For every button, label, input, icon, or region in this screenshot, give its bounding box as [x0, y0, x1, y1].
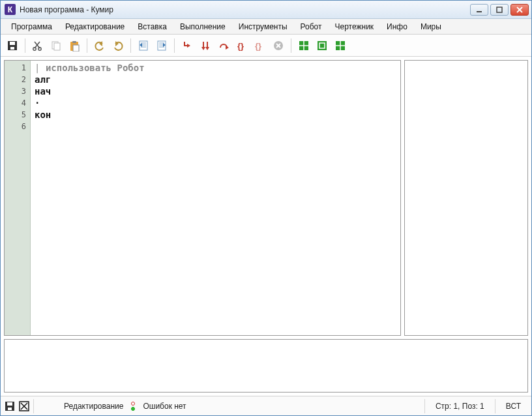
- redo-button[interactable]: [110, 38, 126, 53]
- svg-point-10: [38, 47, 41, 50]
- svg-rect-0: [477, 11, 482, 12]
- workspace: 123456 | использовать Роботалгнач·кон: [1, 57, 531, 396]
- svg-rect-14: [72, 41, 76, 43]
- code-line[interactable]: | использовать Робот: [35, 62, 396, 74]
- cancel-icon[interactable]: [19, 401, 29, 411]
- window: К Новая программа - Кумир Программа Реда…: [0, 0, 532, 416]
- grid-world-button[interactable]: [296, 38, 312, 53]
- svg-rect-42: [318, 41, 327, 50]
- gutter-line: 4: [5, 97, 30, 109]
- indent-left-button[interactable]: [136, 38, 151, 53]
- svg-rect-48: [7, 402, 12, 406]
- side-panel[interactable]: [404, 60, 528, 336]
- code-area[interactable]: | использовать Роботалгнач·кон: [31, 61, 400, 335]
- status-insert: ВСТ: [499, 402, 527, 411]
- separator: [130, 38, 131, 53]
- menu-robot[interactable]: Робот: [294, 19, 329, 34]
- svg-text:{}: {}: [237, 41, 244, 51]
- maximize-button[interactable]: [490, 4, 509, 16]
- code-line[interactable]: [35, 121, 396, 132]
- menu-edit[interactable]: Редактирование: [59, 19, 131, 34]
- gutter-line: 6: [5, 121, 30, 132]
- menu-draw[interactable]: Чертежник: [329, 19, 381, 34]
- statusbar: Редактирование Ошибок нет Стр: 1, Поз: 1…: [1, 396, 531, 415]
- undo-button[interactable]: [92, 38, 108, 53]
- step-out-button[interactable]: {}: [252, 38, 268, 53]
- menu-tools[interactable]: Инструменты: [232, 19, 294, 34]
- status-mode: Редактирование: [64, 402, 123, 411]
- separator: [174, 38, 175, 53]
- svg-text:{}: {}: [255, 41, 261, 51]
- copy-button[interactable]: [48, 38, 64, 53]
- gutter: 123456: [5, 61, 31, 335]
- svg-rect-1: [497, 7, 502, 12]
- code-line[interactable]: нач: [35, 85, 396, 97]
- separator: [291, 38, 291, 53]
- separator: [33, 399, 34, 413]
- gutter-line: 1: [5, 62, 30, 74]
- separator: [87, 38, 87, 53]
- svg-rect-49: [8, 408, 12, 410]
- code-editor[interactable]: 123456 | использовать Роботалгнач·кон: [4, 60, 401, 336]
- menu-insert[interactable]: Вставка: [131, 19, 173, 34]
- menubar: Программа Редактирование Вставка Выполне…: [1, 19, 531, 35]
- status-position: Стр: 1, Поз: 1: [429, 402, 491, 411]
- titlebar: К Новая программа - Кумир: [1, 1, 531, 19]
- square-world-button[interactable]: [314, 38, 330, 53]
- window-controls: [470, 4, 529, 16]
- svg-rect-12: [54, 43, 60, 50]
- paste-button[interactable]: [66, 38, 82, 53]
- svg-marker-28: [187, 44, 190, 48]
- svg-rect-15: [73, 45, 79, 52]
- run-to-line-button[interactable]: [179, 38, 195, 53]
- save-button[interactable]: [5, 38, 20, 53]
- menu-worlds[interactable]: Миры: [414, 19, 448, 34]
- editor-row: 123456 | использовать Роботалгнач·кон: [4, 60, 528, 336]
- status-errors: Ошибок нет: [143, 402, 186, 411]
- separator: [25, 38, 25, 53]
- step-over-button[interactable]: [216, 38, 231, 53]
- step-button[interactable]: [198, 38, 213, 53]
- step-into-button[interactable]: {}: [234, 38, 250, 53]
- svg-marker-32: [205, 47, 209, 50]
- output-panel[interactable]: [4, 339, 528, 393]
- gutter-line: 2: [5, 74, 30, 85]
- menu-run[interactable]: Выполнение: [173, 19, 232, 34]
- svg-marker-30: [201, 47, 205, 50]
- red-dot-icon: [131, 402, 135, 406]
- grid-world2-button[interactable]: [332, 38, 348, 53]
- code-line[interactable]: алг: [35, 74, 396, 85]
- gutter-line: 5: [5, 109, 30, 121]
- status-lights: [128, 402, 138, 411]
- close-button[interactable]: [510, 4, 529, 16]
- gutter-line: 3: [5, 85, 30, 97]
- menu-info[interactable]: Инфо: [380, 19, 414, 34]
- svg-rect-6: [10, 47, 14, 50]
- stop-button[interactable]: [271, 38, 286, 53]
- app-icon: К: [5, 4, 16, 15]
- window-title: Новая программа - Кумир: [20, 5, 470, 14]
- indent-right-button[interactable]: [154, 38, 170, 53]
- svg-rect-5: [10, 42, 15, 45]
- cut-button[interactable]: [30, 38, 46, 53]
- code-line[interactable]: кон: [35, 109, 396, 121]
- save-icon[interactable]: [5, 401, 15, 411]
- separator: [424, 399, 425, 413]
- code-line[interactable]: ·: [35, 97, 396, 109]
- green-dot-icon: [131, 407, 135, 411]
- menu-program[interactable]: Программа: [5, 19, 59, 34]
- separator: [495, 399, 495, 413]
- svg-point-9: [33, 47, 36, 50]
- toolbar: {} {}: [1, 35, 531, 57]
- minimize-button[interactable]: [470, 4, 488, 16]
